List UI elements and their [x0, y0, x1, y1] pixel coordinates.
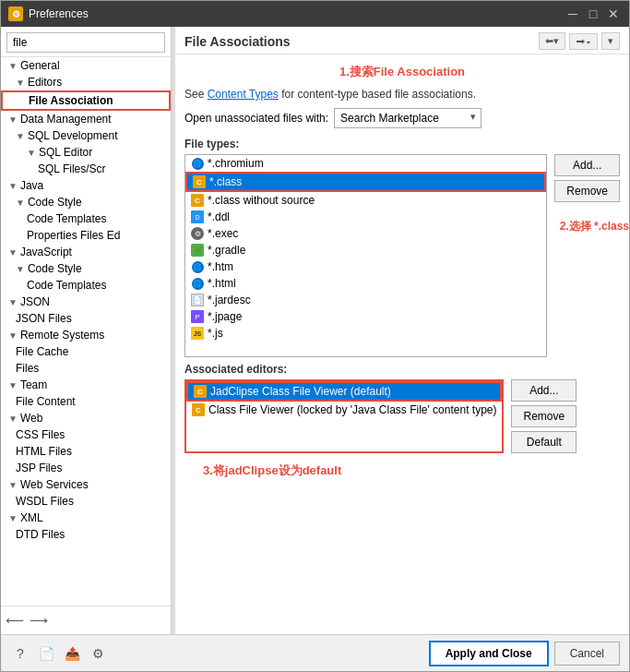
- tree-item-editors[interactable]: ▼ Editors: [1, 74, 171, 90]
- tree-label: File Content: [16, 395, 76, 408]
- tree-item-code-templates[interactable]: Code Templates: [1, 210, 171, 227]
- tree-label: Java: [20, 179, 43, 192]
- tree-item-file-cache[interactable]: File Cache: [1, 343, 171, 360]
- tree-label: XML: [20, 511, 43, 524]
- assoc-default-button[interactable]: Default: [511, 431, 577, 453]
- list-item-jadclipse[interactable]: C JadClipse Class File Viewer (default): [186, 381, 502, 402]
- file-types-buttons: Add... Remove: [554, 154, 620, 357]
- export-icon-button[interactable]: 📄: [36, 643, 56, 664]
- tree-item-json[interactable]: ▼ JSON: [1, 294, 171, 310]
- tree-item-html-files[interactable]: HTML Files: [1, 443, 171, 460]
- tree-item-jsp-files[interactable]: JSP Files: [1, 460, 171, 476]
- tree-item-code-style-js[interactable]: ▼ Code Style: [1, 260, 171, 277]
- tree-label: Code Style: [28, 262, 82, 275]
- tree-label: Remote Systems: [20, 329, 104, 342]
- file-types-add-button[interactable]: Add...: [554, 154, 620, 176]
- tree-item-code-templates-js[interactable]: Code Templates: [1, 277, 171, 294]
- file-icon: C: [191, 194, 204, 207]
- file-type-label: *.class: [209, 175, 242, 188]
- tree-item-remote-systems[interactable]: ▼ Remote Systems: [1, 327, 171, 343]
- tree-item-general[interactable]: ▼ General: [1, 57, 171, 74]
- list-item[interactable]: C Class File Viewer (locked by 'Java Cla…: [186, 402, 502, 418]
- file-icon: 🌿: [191, 244, 204, 257]
- tree-item-files[interactable]: Files: [1, 360, 171, 377]
- assoc-add-button[interactable]: Add...: [511, 379, 577, 402]
- tree-label: SQL Files/Scr: [38, 162, 106, 175]
- assoc-remove-button[interactable]: Remove: [511, 405, 577, 427]
- list-item-class[interactable]: C *.class: [185, 172, 546, 192]
- tree-item-team[interactable]: ▼ Team: [1, 377, 171, 393]
- minimize-button[interactable]: ─: [565, 6, 581, 22]
- list-item[interactable]: C *.class without source: [185, 192, 546, 209]
- nav-menu-button[interactable]: ▾: [601, 32, 620, 50]
- associated-editors-section: Associated editors: C JadClipse Class Fi…: [184, 363, 620, 479]
- apply-close-button[interactable]: Apply and Close: [429, 641, 549, 666]
- expand-arrow: ▼: [8, 330, 18, 341]
- tree-item-data-management[interactable]: ▼ Data Management: [1, 111, 171, 127]
- content-types-text: See: [184, 88, 208, 101]
- file-icon: 🌐: [191, 277, 204, 290]
- search-input[interactable]: [6, 32, 165, 53]
- content-types-row: See Content Types for content-type based…: [184, 88, 620, 101]
- tree-area: ▼ General ▼ Editors File Association ▼ D…: [1, 57, 171, 606]
- help-icon-button[interactable]: ?: [10, 643, 30, 664]
- nav-back-button[interactable]: ⬅▾: [539, 32, 565, 50]
- expand-arrow: ▼: [8, 414, 18, 424]
- content-types-suffix: for content-type based file associations…: [279, 88, 476, 101]
- open-unassociated-label: Open unassociated files with:: [184, 112, 328, 125]
- tree-label: JSON: [20, 295, 50, 308]
- list-item[interactable]: D *.ddl: [185, 209, 546, 225]
- tree-item-dtd-files[interactable]: DTD Files: [1, 526, 171, 543]
- tree-label: File Cache: [16, 345, 68, 358]
- app-icon: ⚙: [8, 6, 23, 21]
- tree-item-wsdl-files[interactable]: WSDL Files: [1, 493, 171, 510]
- tree-item-code-style-java[interactable]: ▼ Code Style: [1, 194, 171, 210]
- editor-label: Class File Viewer (locked by 'Java Class…: [208, 403, 496, 416]
- list-item[interactable]: P *.jpage: [185, 308, 546, 325]
- tree-item-properties-files[interactable]: Properties Files Ed: [1, 227, 171, 244]
- tree-label: File Association: [29, 94, 113, 107]
- expand-arrow: ▼: [8, 181, 18, 191]
- window-controls: ─ □ ✕: [565, 6, 622, 22]
- nav-forward-button[interactable]: ⮕▾: [569, 33, 598, 50]
- tree-item-javascript[interactable]: ▼ JavaScript: [1, 244, 171, 260]
- expand-arrow: ▼: [16, 131, 25, 141]
- editor-label: JadClipse Class File Viewer (default): [210, 385, 391, 398]
- tree-item-css-files[interactable]: CSS Files: [1, 426, 171, 443]
- tree-label: SQL Development: [28, 129, 118, 142]
- cancel-button[interactable]: Cancel: [554, 642, 620, 666]
- tree-item-java[interactable]: ▼ Java: [1, 177, 171, 194]
- list-item[interactable]: 🌐 *.html: [185, 275, 546, 292]
- tree-item-sql-files[interactable]: SQL Files/Scr: [1, 161, 171, 177]
- right-body: 1.搜索File Association See Content Types f…: [175, 54, 629, 634]
- tree-item-xml[interactable]: ▼ XML: [1, 510, 171, 526]
- list-item[interactable]: JS *.js: [185, 325, 546, 342]
- tree-item-web[interactable]: ▼ Web: [1, 410, 171, 426]
- tree-label: Web Services: [20, 478, 89, 491]
- tree-item-web-services[interactable]: ▼ Web Services: [1, 476, 171, 493]
- tree-item-sql-editor[interactable]: ▼ SQL Editor: [1, 144, 171, 161]
- file-icon: JS: [191, 327, 204, 340]
- file-icon: ⚙: [191, 227, 204, 240]
- list-item[interactable]: ⚙ *.exec: [185, 225, 546, 242]
- tree-item-file-content[interactable]: File Content: [1, 393, 171, 410]
- left-help-icon[interactable]: ⟵: [5, 610, 25, 630]
- content-types-link[interactable]: Content Types: [208, 88, 279, 101]
- list-item[interactable]: 📄 *.jardesc: [185, 292, 546, 308]
- list-item[interactable]: 🌐 *.htm: [185, 258, 546, 275]
- tree-item-sql-development[interactable]: ▼ SQL Development: [1, 127, 171, 144]
- left-nav-icon[interactable]: ⟶: [29, 610, 49, 630]
- open-unassociated-dropdown[interactable]: Search Marketplace: [334, 108, 481, 128]
- tree-item-file-association[interactable]: File Association: [1, 90, 171, 111]
- settings-icon-button[interactable]: ⚙: [88, 643, 108, 664]
- open-unassociated-dropdown-wrapper: Search Marketplace: [334, 108, 481, 128]
- tree-item-json-files[interactable]: JSON Files: [1, 310, 171, 327]
- import-icon-button[interactable]: 📤: [62, 643, 82, 664]
- left-panel: ▼ General ▼ Editors File Association ▼ D…: [1, 27, 172, 634]
- file-types-section: 🌐 *.chromium C *.class C *.class without…: [184, 154, 620, 357]
- file-types-remove-button[interactable]: Remove: [554, 180, 620, 202]
- maximize-button[interactable]: □: [585, 6, 601, 22]
- list-item[interactable]: 🌿 *.gradle: [185, 242, 546, 258]
- list-item[interactable]: 🌐 *.chromium: [185, 155, 546, 172]
- close-button[interactable]: ✕: [605, 6, 622, 22]
